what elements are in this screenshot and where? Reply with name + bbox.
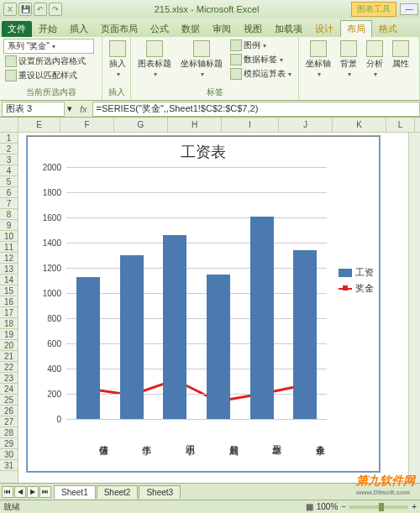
- chart-bar[interactable]: [293, 250, 317, 419]
- tab-format[interactable]: 格式: [373, 21, 403, 37]
- format-selection-button[interactable]: 设置所选内容格式: [3, 55, 94, 68]
- worksheet-grid[interactable]: 工资表 020040060080010001200140016001800200…: [18, 133, 420, 494]
- tab-home[interactable]: 开始: [33, 21, 63, 37]
- row-header[interactable]: 17: [0, 307, 18, 318]
- tab-addins[interactable]: 加载项: [269, 21, 308, 37]
- chart-bar[interactable]: [163, 235, 186, 419]
- background-button[interactable]: 背景: [337, 39, 360, 80]
- legend-button[interactable]: 图例: [228, 39, 293, 52]
- properties-button[interactable]: 属性: [389, 39, 412, 71]
- row-header[interactable]: 26: [0, 406, 18, 416]
- chart-title[interactable]: 工资表: [28, 137, 379, 164]
- col-header[interactable]: L: [386, 118, 415, 132]
- formula-bar[interactable]: =SERIES("奖金",,Sheet1!$C$2:$C$7,2): [92, 102, 420, 117]
- col-header[interactable]: I: [222, 118, 279, 132]
- tab-layout[interactable]: 布局: [340, 20, 372, 37]
- row-header[interactable]: 10: [0, 231, 18, 242]
- row-header[interactable]: 24: [0, 384, 18, 395]
- vertical-scrollbar[interactable]: [408, 133, 420, 494]
- chart-bar[interactable]: [250, 217, 274, 420]
- chart-bar[interactable]: [207, 275, 230, 420]
- row-header[interactable]: 23: [0, 373, 18, 384]
- reset-style-button[interactable]: 重设以匹配样式: [3, 69, 94, 82]
- view-normal-icon[interactable]: ▦: [306, 502, 313, 511]
- chart-title-button[interactable]: 图表标题: [134, 39, 175, 80]
- col-header[interactable]: F: [60, 118, 114, 132]
- row-header[interactable]: 5: [0, 176, 18, 187]
- embedded-chart[interactable]: 工资表 020040060080010001200140016001800200…: [27, 136, 380, 472]
- data-table-button[interactable]: 模拟运算表: [228, 67, 293, 81]
- tab-review[interactable]: 审阅: [207, 21, 237, 37]
- row-header[interactable]: 8: [0, 209, 18, 220]
- row-header[interactable]: 22: [0, 362, 18, 373]
- insert-button[interactable]: 插入: [106, 39, 129, 80]
- chart-bar[interactable]: [120, 255, 144, 419]
- zoom-in-icon[interactable]: +: [412, 502, 417, 511]
- sheet-nav-first-icon[interactable]: ⏮: [2, 486, 13, 498]
- row-header[interactable]: 25: [0, 395, 18, 406]
- zoom-out-icon[interactable]: −: [341, 502, 346, 511]
- row-header[interactable]: 4: [0, 165, 18, 176]
- chart-bar[interactable]: [76, 277, 100, 420]
- row-header[interactable]: 13: [0, 264, 18, 275]
- chart-legend[interactable]: 工资 奖金: [339, 263, 374, 298]
- sheet-tab-3[interactable]: Sheet3: [139, 485, 181, 499]
- analysis-button[interactable]: 分析: [363, 39, 386, 80]
- row-header[interactable]: 18: [0, 318, 18, 329]
- tab-design[interactable]: 设计: [309, 21, 339, 37]
- row-header[interactable]: 16: [0, 296, 18, 307]
- row-header[interactable]: 28: [0, 427, 18, 438]
- row-header[interactable]: 9: [0, 220, 18, 231]
- row-header[interactable]: 2: [0, 144, 18, 154]
- row-header[interactable]: 1: [0, 133, 18, 144]
- row-header[interactable]: 6: [0, 187, 18, 198]
- chart-plot-area[interactable]: [66, 167, 327, 419]
- sheet-nav-next-icon[interactable]: ▶: [27, 486, 39, 498]
- row-header[interactable]: 21: [0, 351, 18, 362]
- chart-element-selector[interactable]: 系列 "奖金": [3, 39, 94, 54]
- legend-item-line[interactable]: 奖金: [339, 282, 374, 295]
- row-header[interactable]: 27: [0, 416, 18, 427]
- tab-view[interactable]: 视图: [238, 21, 268, 37]
- col-header[interactable]: G: [114, 118, 168, 132]
- fx-icon[interactable]: fx: [75, 104, 92, 114]
- row-header[interactable]: 7: [0, 198, 18, 209]
- data-labels-button[interactable]: 数据标签: [228, 53, 293, 66]
- zoom-level[interactable]: 100%: [317, 502, 339, 511]
- undo-icon[interactable]: ↶: [34, 3, 47, 16]
- legend-item-bar[interactable]: 工资: [339, 266, 374, 279]
- tab-formulas[interactable]: 公式: [144, 21, 175, 37]
- name-box[interactable]: 图表 3: [2, 102, 65, 117]
- col-header[interactable]: K: [333, 118, 386, 132]
- save-icon[interactable]: 💾: [18, 3, 32, 16]
- sheet-tab-2[interactable]: Sheet2: [97, 485, 139, 499]
- row-header[interactable]: 29: [0, 438, 18, 449]
- tab-pagelayout[interactable]: 页面布局: [95, 21, 144, 37]
- col-header[interactable]: H: [168, 118, 222, 132]
- row-header[interactable]: 12: [0, 253, 18, 264]
- sheet-tab-1[interactable]: Sheet1: [54, 485, 96, 499]
- row-header[interactable]: 31: [0, 460, 18, 471]
- tab-data[interactable]: 数据: [176, 21, 206, 37]
- row-header[interactable]: 15: [0, 285, 18, 296]
- zoom-slider[interactable]: [349, 505, 408, 509]
- axes-button[interactable]: 坐标轴: [302, 39, 334, 80]
- sheet-nav-last-icon[interactable]: ⏭: [39, 486, 51, 498]
- col-header[interactable]: E: [18, 118, 60, 132]
- redo-icon[interactable]: ↷: [49, 3, 62, 16]
- tab-file[interactable]: 文件: [2, 21, 32, 37]
- namebox-dropdown-icon[interactable]: ▾: [65, 103, 75, 114]
- row-header[interactable]: 14: [0, 275, 18, 285]
- row-header[interactable]: 11: [0, 242, 18, 253]
- chart-y-axis[interactable]: 0200400600800100012001400160018002000: [28, 167, 65, 419]
- tab-insert[interactable]: 插入: [64, 21, 94, 37]
- row-header[interactable]: 3: [0, 154, 18, 165]
- chart-x-axis[interactable]: 张倩倩李伟王小明刘晨超赵玉华金永春: [66, 421, 327, 454]
- row-header[interactable]: 30: [0, 449, 18, 460]
- sheet-nav-prev-icon[interactable]: ◀: [14, 486, 26, 498]
- row-header[interactable]: 19: [0, 329, 18, 340]
- minimize-button[interactable]: —: [400, 3, 418, 15]
- axis-title-button[interactable]: 坐标轴标题: [177, 39, 226, 80]
- col-header[interactable]: J: [279, 118, 333, 132]
- row-header[interactable]: 20: [0, 340, 18, 351]
